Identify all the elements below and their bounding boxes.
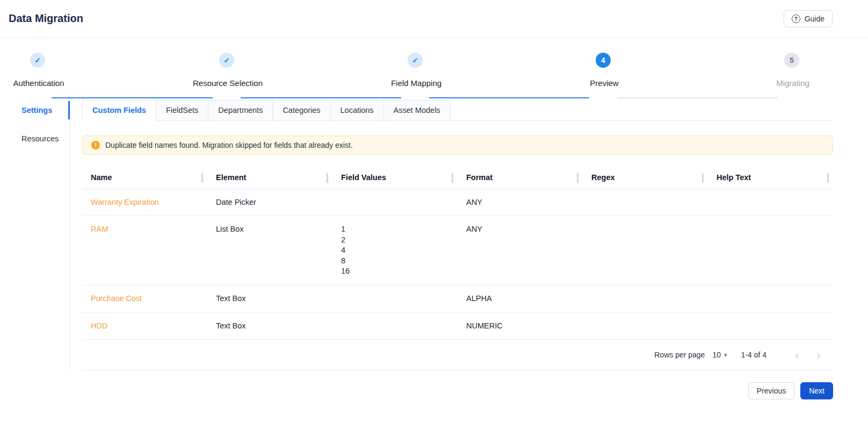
content-area: Settings Resources Custom Fields FieldSe…	[0, 100, 868, 370]
cell-name[interactable]: Purchase Cost	[82, 285, 207, 312]
tab-bar-filler	[451, 100, 833, 121]
step-connector-4	[617, 97, 778, 98]
sidebar-item-settings[interactable]: Settings	[0, 100, 70, 120]
step-label-migrating: Migrating	[776, 78, 809, 88]
cell-name[interactable]: HDD	[82, 313, 207, 340]
next-button[interactable]: Next	[800, 382, 833, 399]
next-page-button[interactable]: ›	[811, 347, 827, 363]
column-resize-handle[interactable]	[201, 173, 203, 183]
column-header-element: Element	[207, 167, 332, 189]
help-circle-icon: ?	[792, 15, 800, 23]
cell-element: List Box	[207, 216, 332, 285]
cell-name[interactable]: RAM	[82, 216, 207, 285]
table-header-row: Name Element Field Values Format Regex H…	[82, 167, 833, 189]
cell-field-values	[332, 285, 458, 312]
page-title: Data Migration	[9, 12, 83, 25]
tab-bar: Custom Fields FieldSets Departments Cate…	[82, 100, 833, 121]
table-body: Warranty Expiration Date Picker ANY RAM …	[82, 189, 833, 340]
cell-help-text	[708, 285, 833, 312]
custom-fields-table: Name Element Field Values Format Regex H…	[82, 167, 833, 370]
column-resize-handle[interactable]	[577, 173, 578, 183]
warning-icon: !	[91, 141, 100, 149]
guide-button-label: Guide	[805, 15, 824, 23]
table-pagination: Rows per page 10 ▾ 1-4 of 4 ‹ ›	[82, 340, 833, 370]
step-label-field-mapping: Field Mapping	[391, 78, 442, 88]
cell-field-values	[332, 313, 458, 340]
rows-per-page-value: 10	[712, 351, 721, 359]
migration-stepper: ✓ ✓ ✓ 4 5 Authentication Resource Select…	[0, 38, 868, 91]
page-header: Data Migration ? Guide	[0, 0, 868, 38]
chevron-right-icon: ›	[817, 348, 821, 361]
cell-name[interactable]: Warranty Expiration	[82, 189, 207, 216]
column-header-format: Format	[458, 167, 583, 189]
column-header-help-text: Help Text	[708, 167, 833, 189]
column-resize-handle[interactable]	[327, 173, 328, 183]
cell-regex	[583, 189, 708, 216]
cell-format: ANY	[458, 189, 583, 216]
cell-regex	[583, 313, 708, 340]
cell-field-values: 1 2 4 8 16	[332, 216, 458, 285]
table-row: Warranty Expiration Date Picker ANY	[82, 189, 833, 217]
tab-categories[interactable]: Categories	[273, 100, 330, 121]
caret-down-icon: ▾	[724, 352, 727, 359]
step-3-field-mapping-check-icon: ✓	[408, 53, 423, 68]
table-row: RAM List Box 1 2 4 8 16 ANY	[82, 216, 833, 285]
alert-message: Duplicate field names found. Migration s…	[105, 141, 353, 149]
step-label-authentication: Authentication	[13, 78, 64, 88]
column-resize-handle[interactable]	[702, 173, 704, 183]
duplicate-fields-alert: ! Duplicate field names found. Migration…	[82, 135, 833, 155]
tab-custom-fields[interactable]: Custom Fields	[82, 100, 156, 121]
step-connector-2	[241, 97, 401, 98]
cell-element: Text Box	[207, 313, 332, 340]
column-resize-handle[interactable]	[452, 173, 453, 183]
table-row: Purchase Cost Text Box ALPHA	[82, 285, 833, 313]
cell-element: Text Box	[207, 285, 332, 312]
previous-page-button[interactable]: ‹	[789, 347, 805, 363]
cell-format: ANY	[458, 216, 583, 285]
rows-per-page-select[interactable]: 10 ▾	[712, 351, 727, 359]
cell-regex	[583, 216, 708, 285]
chevron-left-icon: ‹	[795, 348, 799, 361]
pagination-range: 1-4 of 4	[741, 351, 766, 359]
step-1-authentication-check-icon: ✓	[30, 53, 45, 68]
tab-locations[interactable]: Locations	[331, 100, 384, 121]
step-2-resource-selection-check-icon: ✓	[219, 53, 234, 68]
step-5-migrating-badge: 5	[784, 53, 799, 68]
rows-per-page-label: Rows per page	[654, 351, 705, 359]
column-header-field-values: Field Values	[332, 167, 458, 189]
cell-help-text	[708, 216, 833, 285]
main-panel: Custom Fields FieldSets Departments Cate…	[70, 100, 868, 370]
column-header-name: Name	[82, 167, 207, 189]
sidebar-item-resources[interactable]: Resources	[0, 128, 70, 149]
step-label-resource-selection: Resource Selection	[193, 78, 263, 88]
previous-button[interactable]: Previous	[748, 382, 794, 399]
step-connector-1	[52, 97, 213, 98]
column-header-regex: Regex	[583, 167, 708, 189]
tab-asset-models[interactable]: Asset Models	[384, 100, 451, 121]
step-label-preview: Preview	[590, 78, 618, 88]
cell-element: Date Picker	[207, 189, 332, 216]
tab-fieldsets[interactable]: FieldSets	[156, 100, 208, 121]
cell-field-values	[332, 189, 458, 216]
tab-departments[interactable]: Departments	[208, 100, 273, 121]
table-row: HDD Text Box NUMERIC	[82, 313, 833, 340]
step-4-preview-badge: 4	[596, 53, 611, 68]
cell-format: NUMERIC	[458, 313, 583, 340]
cell-help-text	[708, 313, 833, 340]
wizard-actions: Previous Next	[0, 370, 868, 399]
cell-regex	[583, 285, 708, 312]
cell-help-text	[708, 189, 833, 216]
column-resize-handle[interactable]	[827, 173, 829, 183]
cell-format: ALPHA	[458, 285, 583, 312]
step-connector-3	[429, 97, 589, 98]
guide-button[interactable]: ? Guide	[784, 10, 833, 27]
sidebar: Settings Resources	[0, 100, 70, 370]
